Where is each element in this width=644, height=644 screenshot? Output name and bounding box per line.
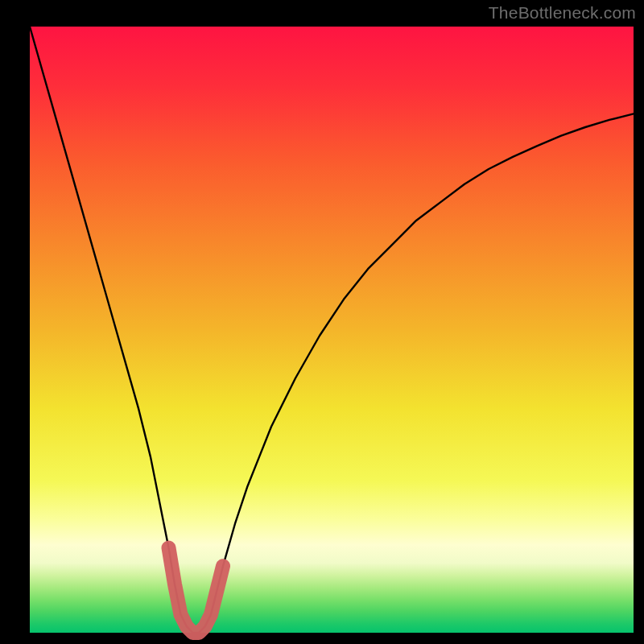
plot-background xyxy=(30,27,634,633)
watermark-text: TheBottleneck.com xyxy=(489,3,636,23)
chart-stage: TheBottleneck.com xyxy=(0,0,644,644)
bottleneck-chart xyxy=(0,0,644,644)
